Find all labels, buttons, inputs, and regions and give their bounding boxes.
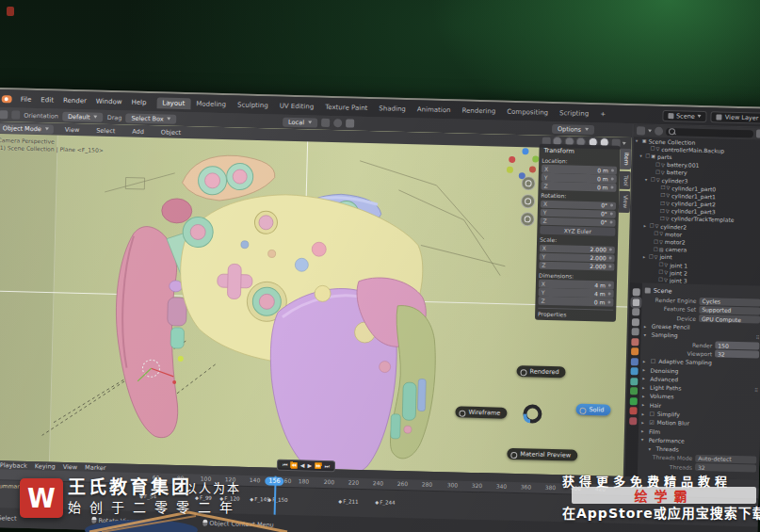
snap-magnet-icon[interactable] [321, 119, 330, 127]
object-icon: ▣ [651, 153, 655, 159]
select-box-select[interactable]: Select Box [125, 113, 176, 123]
zoom-tool-icon[interactable] [521, 176, 535, 190]
menu-item[interactable]: Edit [36, 94, 58, 106]
transform-row[interactable]: Z 2.000 [539, 261, 614, 271]
properties-tab[interactable] [631, 318, 639, 326]
camera-view-tool-icon[interactable] [520, 212, 534, 226]
menu-item[interactable]: Render [58, 94, 91, 106]
display-mode-icon[interactable] [637, 126, 645, 135]
axis-x-dot[interactable] [509, 156, 515, 163]
pie-solid[interactable]: Solid [575, 404, 610, 416]
sidebar-tab[interactable]: Item [620, 149, 632, 169]
proportional-editing-icon[interactable] [333, 119, 342, 127]
properties-tab[interactable] [629, 397, 637, 405]
properties-tab[interactable] [630, 367, 638, 375]
workspace-tab[interactable]: Modeling [190, 98, 232, 110]
viewport-menu-item[interactable]: Object [156, 126, 186, 138]
properties-tab[interactable] [630, 378, 638, 385]
marker-diamond-icon: ◆ [375, 499, 379, 505]
sidebar-tab[interactable]: View [619, 191, 631, 213]
playback-button[interactable]: ⏪ [290, 461, 298, 469]
viewport-menu-item[interactable]: Add [127, 125, 149, 137]
properties-tab[interactable] [631, 338, 639, 346]
timeline-marker[interactable]: ◆ F_244 [375, 499, 395, 506]
scene-selector[interactable]: Scene [662, 109, 707, 121]
axis-x-neg-dot[interactable] [529, 166, 536, 172]
workspace-tab[interactable]: Scripting [554, 106, 594, 119]
menu-item[interactable]: File [16, 93, 37, 105]
sidebar-tab[interactable]: Tool [619, 170, 630, 189]
frame-tick: 340 [496, 483, 508, 490]
tool-fallback-icon[interactable] [11, 110, 20, 119]
axis-y-neg-dot[interactable] [507, 167, 513, 173]
playback-button[interactable]: ◀ [300, 461, 305, 469]
outliner-search-input[interactable] [666, 128, 753, 137]
view-layer-selector[interactable]: View Layer [711, 111, 760, 123]
transform-row[interactable]: Properties [538, 307, 613, 320]
drag-label: Drag [107, 113, 122, 121]
pie-rendered[interactable]: Rendered [516, 365, 565, 378]
properties-tab[interactable] [631, 328, 639, 335]
funnel-filter-icon[interactable] [756, 129, 760, 137]
mouse-middle-icon [91, 517, 96, 524]
mode-select[interactable]: Object Mode [0, 123, 54, 134]
viewport-overlay-text: Camera Perspective (1) Scene Collection … [0, 137, 104, 154]
chevron-down-icon [698, 115, 702, 118]
viewport-menu-item[interactable]: Select [91, 124, 120, 137]
workspace-tab[interactable]: Shading [373, 103, 412, 115]
workspace-tab[interactable]: Compositing [501, 105, 554, 118]
playback-button[interactable]: ⏭ [324, 462, 330, 470]
axis-z-dot[interactable] [522, 148, 528, 154]
viewport-3d[interactable]: Object Mode ViewSelectAddObject Camera P… [0, 121, 632, 476]
playback-button[interactable]: ⏮ [283, 461, 288, 469]
properties-tab[interactable] [629, 417, 637, 425]
scene-icon [645, 287, 651, 293]
chevron-down-icon [648, 130, 652, 133]
object-icon: ▣ [642, 137, 647, 143]
pie-wireframe[interactable]: Wireframe [455, 406, 507, 418]
current-frame-badge[interactable]: 156 [265, 476, 284, 486]
workspace-tab[interactable]: Rendering [456, 105, 501, 117]
properties-tab[interactable] [630, 358, 638, 365]
workspace-tab[interactable]: + [594, 108, 611, 120]
options-dropdown[interactable]: Options [552, 123, 594, 134]
workspace-tab[interactable]: Layout [156, 97, 190, 109]
transform-rows: Location: X 0 m Y 0 m [538, 156, 617, 320]
properties-tab[interactable] [632, 288, 639, 296]
playback-button[interactable]: ⏩ [315, 462, 322, 470]
active-tool-icon[interactable] [0, 110, 8, 119]
chevron-down-icon [94, 116, 98, 119]
transform-orientation-select[interactable]: Local [283, 117, 317, 127]
menu-item[interactable]: Window [91, 95, 127, 107]
object-icon: ▽ [656, 177, 660, 183]
viewport-menu-item[interactable]: View [60, 123, 85, 136]
workspace-tab[interactable]: Sculpting [232, 99, 274, 111]
orientation-select[interactable]: Default [62, 111, 104, 121]
move-view-tool-icon[interactable] [521, 194, 535, 208]
transform-row[interactable]: Z 0 m [541, 182, 616, 192]
download-hint: 在AppStore或应用宝搜索下载 [562, 503, 760, 522]
properties-tab[interactable] [629, 387, 637, 395]
properties-tab[interactable] [629, 407, 637, 414]
properties-tab[interactable] [632, 298, 639, 306]
properties-tab[interactable] [632, 308, 639, 315]
viewport-side-tools [520, 176, 535, 226]
frame-tick: 240 [373, 479, 384, 486]
gizmo-toggle-icon[interactable] [346, 119, 354, 127]
brand-name: 王氏教育集团 [68, 473, 192, 498]
brand-founded: 始创于二零零二年 [68, 497, 241, 516]
workspace-tab[interactable]: Texture Paint [319, 101, 373, 113]
transform-row[interactable]: XYZ Euler [540, 226, 615, 236]
workspace-tab[interactable]: Animation [412, 104, 457, 116]
transform-row[interactable]: Z 0 m [538, 297, 613, 307]
timeline-marker[interactable]: ◆ F_211 [338, 498, 358, 505]
blender-logo-icon[interactable] [2, 95, 12, 103]
timeline-marker[interactable]: ◆ F_150 [267, 496, 287, 503]
menu-item[interactable]: Help [126, 96, 151, 108]
filter-icon[interactable] [655, 127, 663, 136]
workspace-tab[interactable]: UV Editing [274, 100, 320, 112]
playback-button[interactable]: ▶ [307, 461, 312, 469]
properties-tab[interactable] [631, 347, 639, 355]
frame-tick: 320 [472, 482, 483, 489]
pie-material-preview[interactable]: Material Preview [507, 448, 577, 461]
